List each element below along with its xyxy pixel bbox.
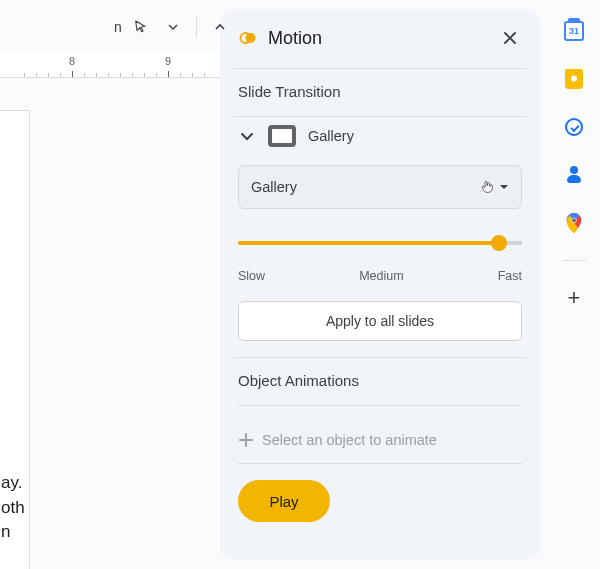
chevron-down-icon[interactable] bbox=[238, 127, 256, 145]
slide-transition-heading: Slide Transition bbox=[220, 69, 540, 116]
contacts-app-icon[interactable] bbox=[563, 164, 585, 186]
caret-down-icon bbox=[499, 182, 509, 192]
maps-app-icon[interactable] bbox=[563, 212, 585, 234]
horizontal-ruler: 8 9 bbox=[0, 50, 220, 78]
cursor-tool-icon[interactable] bbox=[128, 14, 154, 40]
plus-icon bbox=[238, 432, 254, 448]
tasks-app-icon[interactable] bbox=[563, 116, 585, 138]
add-animation-row[interactable]: Select an object to animate bbox=[238, 426, 522, 464]
ruler-mark: 9 bbox=[165, 55, 171, 67]
side-panel-rail: 31 + bbox=[548, 0, 600, 569]
toolbar-fragment: n bbox=[114, 14, 233, 40]
svg-point-1 bbox=[246, 33, 256, 43]
transition-speed-slider[interactable] bbox=[238, 235, 522, 251]
panel-title: Motion bbox=[268, 28, 486, 49]
ruler-mark: 8 bbox=[69, 55, 75, 67]
transition-type-select[interactable]: Gallery bbox=[238, 165, 522, 209]
apply-all-slides-button[interactable]: Apply to all slides bbox=[238, 301, 522, 341]
speed-label-slow: Slow bbox=[238, 269, 265, 283]
slide-text-line: oth bbox=[1, 496, 3, 521]
object-animations-heading: Object Animations bbox=[220, 358, 540, 405]
toolbar-up-icon[interactable] bbox=[207, 14, 233, 40]
motion-icon bbox=[238, 28, 258, 48]
slide[interactable]: ay. oth n bbox=[0, 110, 30, 569]
rail-divider bbox=[562, 260, 586, 261]
dropdown-caret-icon[interactable] bbox=[160, 14, 186, 40]
calendar-app-icon[interactable]: 31 bbox=[563, 20, 585, 42]
play-button[interactable]: Play bbox=[238, 480, 330, 522]
slider-labels: Slow Medium Fast bbox=[220, 255, 540, 299]
slide-thumbnail-icon bbox=[268, 125, 296, 147]
cursor-hand-icon bbox=[479, 178, 495, 196]
add-app-button[interactable]: + bbox=[563, 287, 585, 309]
close-button[interactable] bbox=[496, 24, 524, 52]
motion-panel: Motion Slide Transition Gallery Gallery bbox=[220, 10, 540, 559]
current-transition-name: Gallery bbox=[308, 128, 354, 144]
toolbar-separator bbox=[196, 16, 197, 38]
speed-label-fast: Fast bbox=[498, 269, 522, 283]
speed-label-medium: Medium bbox=[359, 269, 403, 283]
svg-point-3 bbox=[572, 218, 576, 222]
divider bbox=[238, 405, 522, 406]
slide-viewport[interactable]: ay. oth n bbox=[0, 78, 220, 569]
keep-app-icon[interactable] bbox=[563, 68, 585, 90]
add-animation-placeholder: Select an object to animate bbox=[262, 432, 437, 448]
select-value: Gallery bbox=[251, 179, 297, 195]
slide-canvas-area: n 8 9 bbox=[0, 0, 220, 569]
slider-thumb[interactable] bbox=[491, 235, 507, 251]
slide-text-line: ay. bbox=[1, 471, 3, 496]
transition-summary-row[interactable]: Gallery bbox=[220, 117, 540, 161]
slide-text-line: n bbox=[1, 520, 3, 545]
toolbar-cutoff-text: n bbox=[114, 19, 122, 35]
